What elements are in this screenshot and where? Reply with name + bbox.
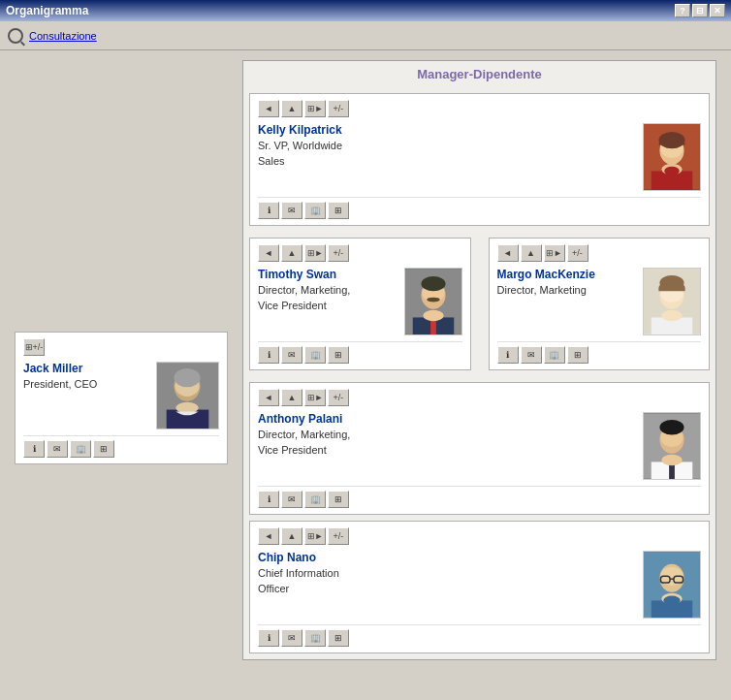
anthony-photo — [643, 412, 701, 480]
chip-nav-left[interactable]: ◄ — [258, 527, 279, 545]
timothy-expand[interactable]: +/- — [328, 244, 349, 262]
chip-extra-btn[interactable]: ⊞ — [328, 629, 349, 647]
svg-point-33 — [661, 455, 682, 466]
kelly-card: ◄ ▲ ⊞► +/- Kelly Kilpatrick Sr. VP, Worl… — [249, 93, 710, 226]
jack-miller-card: ⊞+/- Jack Miller President, CEO — [15, 332, 228, 464]
jack-info: Jack Miller President, CEO — [23, 362, 148, 430]
anthony-name: Anthony Palani — [258, 412, 635, 426]
margo-expand[interactable]: +/- — [567, 244, 588, 262]
kelly-extra-btn[interactable]: ⊞ — [328, 202, 349, 219]
jack-card-content: Jack Miller President, CEO — [23, 362, 219, 430]
chip-email-btn[interactable]: ✉ — [281, 629, 302, 647]
margo-org-btn[interactable]: 🏢 — [544, 346, 565, 364]
kelly-nav-up[interactable]: ▲ — [281, 100, 302, 117]
chip-toolbar: ◄ ▲ ⊞► +/- — [258, 527, 701, 545]
margo-nav-right[interactable]: ⊞► — [544, 244, 565, 262]
margo-extra-btn[interactable]: ⊞ — [567, 346, 588, 364]
margo-info-btn[interactable]: ℹ — [497, 346, 519, 364]
right-panel: Manager-Dipendente ◄ ▲ ⊞► +/- Kelly Kilp… — [242, 60, 716, 690]
timothy-name: Timothy Swan — [258, 268, 397, 281]
timothy-info-btn[interactable]: ℹ — [258, 346, 279, 364]
timothy-nav-left[interactable]: ◄ — [258, 244, 279, 262]
kelly-nav-right[interactable]: ⊞► — [304, 100, 326, 117]
kelly-info: Kelly Kilpatrick Sr. VP, Worldwide Sales — [258, 123, 635, 191]
anthony-nav-up[interactable]: ▲ — [281, 389, 302, 406]
chip-card: ◄ ▲ ⊞► +/- Chip Nano Chief Information O… — [249, 521, 710, 653]
timothy-extra-btn[interactable]: ⊞ — [328, 346, 349, 364]
margo-content: Margo MacKenzie Director, Marketing — [497, 268, 702, 335]
main-area: ⊞+/- Jack Miller President, CEO — [0, 50, 731, 700]
anthony-email-btn[interactable]: ✉ — [281, 491, 302, 508]
kelly-expand[interactable]: +/- — [328, 100, 349, 117]
jack-title: President, CEO — [23, 377, 148, 391]
toolbar: Consultazione — [0, 21, 731, 50]
chip-org-btn[interactable]: 🏢 — [304, 629, 326, 647]
timothy-nav-right[interactable]: ⊞► — [304, 244, 326, 262]
margo-nav-up[interactable]: ▲ — [521, 244, 542, 262]
timothy-email-btn[interactable]: ✉ — [281, 346, 302, 364]
timothy-content: Timothy Swan Director, Marketing, Vice P… — [258, 268, 462, 335]
margo-nav-left[interactable]: ◄ — [497, 244, 519, 262]
timothy-toolbar: ◄ ▲ ⊞► +/- — [258, 244, 462, 262]
chip-info: Chip Nano Chief Information Officer — [258, 551, 635, 619]
margo-email-btn[interactable]: ✉ — [521, 346, 542, 364]
kelly-email-btn[interactable]: ✉ — [281, 202, 302, 219]
anthony-title2: Vice President — [258, 443, 635, 457]
close-button[interactable]: ✕ — [710, 4, 725, 17]
window-controls[interactable]: ? ⊟ ✕ — [675, 4, 725, 17]
margo-toolbar: ◄ ▲ ⊞► +/- — [497, 244, 702, 262]
svg-point-5 — [174, 368, 200, 387]
jack-expand-btn[interactable]: ⊞+/- — [23, 338, 45, 356]
kelly-nav-left[interactable]: ◄ — [258, 100, 279, 117]
svg-point-16 — [421, 276, 445, 291]
anthony-info: Anthony Palani Director, Marketing, Vice… — [258, 412, 635, 480]
chip-content: Chip Nano Chief Information Officer — [258, 551, 701, 619]
chip-nav-right[interactable]: ⊞► — [304, 527, 326, 545]
margo-title1: Director, Marketing — [497, 283, 636, 297]
consultazione-link[interactable]: Consultazione — [29, 30, 97, 42]
jack-org-btn[interactable]: 🏢 — [70, 440, 91, 458]
jack-info-btn[interactable]: ℹ — [23, 440, 45, 458]
timothy-org-btn[interactable]: 🏢 — [304, 346, 326, 364]
kelly-footer: ℹ ✉ 🏢 ⊞ — [258, 197, 701, 219]
jack-extra-btn[interactable]: ⊞ — [93, 440, 114, 458]
kelly-toolbar: ◄ ▲ ⊞► +/- — [258, 100, 701, 117]
svg-point-20 — [423, 310, 443, 322]
anthony-title1: Director, Marketing, — [258, 428, 635, 441]
kelly-info-btn[interactable]: ℹ — [258, 202, 279, 219]
kelly-title1: Sr. VP, Worldwide — [258, 139, 635, 152]
margo-info: Margo MacKenzie Director, Marketing — [497, 268, 636, 335]
search-icon — [8, 28, 23, 44]
anthony-toolbar: ◄ ▲ ⊞► +/- — [258, 389, 701, 406]
timothy-margo-row: ◄ ▲ ⊞► +/- Timothy Swan Director, Market… — [243, 232, 715, 376]
chip-info-btn[interactable]: ℹ — [258, 629, 279, 647]
timothy-nav-up[interactable]: ▲ — [281, 244, 302, 262]
margo-card: ◄ ▲ ⊞► +/- Margo MacKenzie Director, Mar… — [489, 238, 711, 370]
jack-email-btn[interactable]: ✉ — [47, 440, 68, 458]
title-bar: Organigramma ? ⊟ ✕ — [0, 0, 731, 21]
anthony-extra-btn[interactable]: ⊞ — [328, 491, 349, 508]
timothy-card: ◄ ▲ ⊞► +/- Timothy Swan Director, Market… — [249, 238, 471, 370]
margo-footer: ℹ ✉ 🏢 ⊞ — [497, 341, 702, 364]
anthony-org-btn[interactable]: 🏢 — [304, 491, 326, 508]
chip-footer: ℹ ✉ 🏢 ⊞ — [258, 624, 701, 647]
chip-photo — [643, 551, 701, 619]
jack-photo — [156, 362, 219, 430]
anthony-nav-left[interactable]: ◄ — [258, 389, 279, 406]
chip-nav-up[interactable]: ▲ — [281, 527, 302, 545]
jack-card-footer: ℹ ✉ 🏢 ⊞ — [23, 435, 219, 458]
kelly-org-btn[interactable]: 🏢 — [304, 202, 326, 219]
margo-photo — [643, 268, 701, 335]
anthony-nav-right[interactable]: ⊞► — [304, 389, 326, 406]
anthony-info-btn[interactable]: ℹ — [258, 491, 279, 508]
maximize-button[interactable]: ⊟ — [692, 4, 708, 17]
timothy-title2: Vice President — [258, 299, 397, 312]
timothy-photo — [404, 268, 462, 335]
chip-expand[interactable]: +/- — [328, 527, 349, 545]
chip-title1: Chief Information — [258, 566, 635, 580]
manager-dipendente-section: Manager-Dipendente ◄ ▲ ⊞► +/- Kelly Kilp… — [242, 60, 716, 660]
section-title: Manager-Dipendente — [243, 61, 715, 87]
help-button[interactable]: ? — [675, 4, 690, 17]
anthony-expand[interactable]: +/- — [328, 389, 349, 406]
margo-name: Margo MacKenzie — [497, 268, 636, 281]
